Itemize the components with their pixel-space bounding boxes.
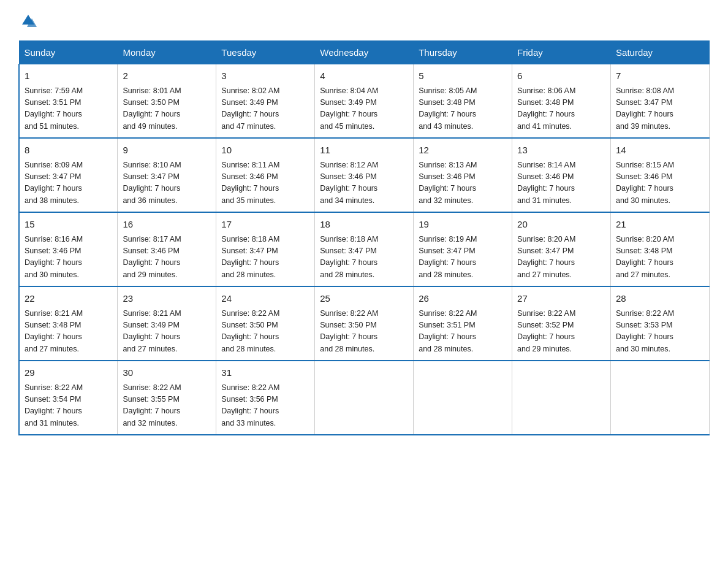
day-info: Sunrise: 8:20 AMSunset: 3:47 PMDaylight:… [517,234,605,282]
day-cell: 22Sunrise: 8:21 AMSunset: 3:48 PMDayligh… [19,286,118,361]
logo [18,12,38,29]
day-cell: 23Sunrise: 8:21 AMSunset: 3:49 PMDayligh… [118,286,216,361]
day-cell: 29Sunrise: 8:22 AMSunset: 3:54 PMDayligh… [19,361,118,435]
day-cell: 20Sunrise: 8:20 AMSunset: 3:47 PMDayligh… [512,212,611,286]
column-header-saturday: Saturday [611,41,710,64]
day-number: 12 [419,144,507,158]
day-cell: 5Sunrise: 8:05 AMSunset: 3:48 PMDaylight… [414,64,512,139]
day-info: Sunrise: 8:12 AMSunset: 3:46 PMDaylight:… [320,159,408,207]
day-cell: 24Sunrise: 8:22 AMSunset: 3:50 PMDayligh… [216,286,315,361]
day-cell: 28Sunrise: 8:22 AMSunset: 3:53 PMDayligh… [611,286,710,361]
day-info: Sunrise: 8:21 AMSunset: 3:48 PMDaylight:… [25,308,112,356]
logo-icon [20,12,37,29]
day-number: 27 [517,292,605,306]
day-number: 21 [616,218,704,232]
day-number: 31 [221,366,309,380]
page-header [18,12,710,29]
day-number: 22 [25,292,112,306]
column-header-wednesday: Wednesday [315,41,414,64]
day-info: Sunrise: 8:05 AMSunset: 3:48 PMDaylight:… [419,85,507,133]
day-cell [512,361,611,435]
day-info: Sunrise: 7:59 AMSunset: 3:51 PMDaylight:… [25,85,112,133]
day-number: 2 [123,69,211,83]
day-info: Sunrise: 8:01 AMSunset: 3:50 PMDaylight:… [123,85,211,133]
day-info: Sunrise: 8:17 AMSunset: 3:46 PMDaylight:… [123,234,211,282]
day-info: Sunrise: 8:20 AMSunset: 3:48 PMDaylight:… [616,234,704,282]
day-number: 18 [320,218,408,232]
day-cell: 4Sunrise: 8:04 AMSunset: 3:49 PMDaylight… [315,64,414,139]
day-number: 5 [419,69,507,83]
day-number: 10 [221,144,309,158]
day-info: Sunrise: 8:22 AMSunset: 3:56 PMDaylight:… [221,382,309,430]
day-info: Sunrise: 8:18 AMSunset: 3:47 PMDaylight:… [221,234,309,282]
day-info: Sunrise: 8:09 AMSunset: 3:47 PMDaylight:… [25,159,112,207]
day-cell: 30Sunrise: 8:22 AMSunset: 3:55 PMDayligh… [118,361,216,435]
week-row-5: 29Sunrise: 8:22 AMSunset: 3:54 PMDayligh… [19,361,710,435]
day-number: 6 [517,69,605,83]
day-info: Sunrise: 8:22 AMSunset: 3:55 PMDaylight:… [123,382,211,430]
day-number: 30 [123,366,211,380]
day-number: 28 [616,292,704,306]
day-number: 1 [25,69,112,83]
day-info: Sunrise: 8:08 AMSunset: 3:47 PMDaylight:… [616,85,704,133]
day-info: Sunrise: 8:22 AMSunset: 3:52 PMDaylight:… [517,308,605,356]
day-number: 15 [25,218,112,232]
day-cell: 13Sunrise: 8:14 AMSunset: 3:46 PMDayligh… [512,138,611,212]
day-info: Sunrise: 8:19 AMSunset: 3:47 PMDaylight:… [419,234,507,282]
day-cell: 1Sunrise: 7:59 AMSunset: 3:51 PMDaylight… [19,64,118,139]
column-header-sunday: Sunday [19,41,118,64]
day-info: Sunrise: 8:10 AMSunset: 3:47 PMDaylight:… [123,159,211,207]
week-row-1: 1Sunrise: 7:59 AMSunset: 3:51 PMDaylight… [19,64,710,139]
day-info: Sunrise: 8:22 AMSunset: 3:50 PMDaylight:… [221,308,309,356]
day-cell: 6Sunrise: 8:06 AMSunset: 3:48 PMDaylight… [512,64,611,139]
day-cell [315,361,414,435]
day-number: 29 [25,366,112,380]
day-cell: 16Sunrise: 8:17 AMSunset: 3:46 PMDayligh… [118,212,216,286]
day-cell: 21Sunrise: 8:20 AMSunset: 3:48 PMDayligh… [611,212,710,286]
day-cell: 17Sunrise: 8:18 AMSunset: 3:47 PMDayligh… [216,212,315,286]
day-number: 25 [320,292,408,306]
day-number: 24 [221,292,309,306]
day-cell: 31Sunrise: 8:22 AMSunset: 3:56 PMDayligh… [216,361,315,435]
day-cell: 7Sunrise: 8:08 AMSunset: 3:47 PMDaylight… [611,64,710,139]
day-info: Sunrise: 8:13 AMSunset: 3:46 PMDaylight:… [419,159,507,207]
day-number: 23 [123,292,211,306]
day-info: Sunrise: 8:15 AMSunset: 3:46 PMDaylight:… [616,159,704,207]
day-number: 3 [221,69,309,83]
day-cell: 27Sunrise: 8:22 AMSunset: 3:52 PMDayligh… [512,286,611,361]
day-info: Sunrise: 8:22 AMSunset: 3:53 PMDaylight:… [616,308,704,356]
calendar-table: SundayMondayTuesdayWednesdayThursdayFrid… [18,40,710,435]
day-cell: 2Sunrise: 8:01 AMSunset: 3:50 PMDaylight… [118,64,216,139]
day-number: 11 [320,144,408,158]
day-number: 9 [123,144,211,158]
day-info: Sunrise: 8:04 AMSunset: 3:49 PMDaylight:… [320,85,408,133]
day-info: Sunrise: 8:21 AMSunset: 3:49 PMDaylight:… [123,308,211,356]
calendar-header-row: SundayMondayTuesdayWednesdayThursdayFrid… [19,41,710,64]
day-number: 8 [25,144,112,158]
day-number: 13 [517,144,605,158]
day-number: 14 [616,144,704,158]
day-info: Sunrise: 8:22 AMSunset: 3:51 PMDaylight:… [419,308,507,356]
week-row-3: 15Sunrise: 8:16 AMSunset: 3:46 PMDayligh… [19,212,710,286]
day-cell: 3Sunrise: 8:02 AMSunset: 3:49 PMDaylight… [216,64,315,139]
column-header-thursday: Thursday [414,41,512,64]
day-cell: 25Sunrise: 8:22 AMSunset: 3:50 PMDayligh… [315,286,414,361]
day-number: 4 [320,69,408,83]
day-info: Sunrise: 8:02 AMSunset: 3:49 PMDaylight:… [221,85,309,133]
day-number: 20 [517,218,605,232]
day-info: Sunrise: 8:22 AMSunset: 3:54 PMDaylight:… [25,382,112,430]
day-cell: 9Sunrise: 8:10 AMSunset: 3:47 PMDaylight… [118,138,216,212]
day-number: 17 [221,218,309,232]
column-header-monday: Monday [118,41,216,64]
day-cell: 12Sunrise: 8:13 AMSunset: 3:46 PMDayligh… [414,138,512,212]
day-cell: 15Sunrise: 8:16 AMSunset: 3:46 PMDayligh… [19,212,118,286]
day-number: 16 [123,218,211,232]
day-info: Sunrise: 8:14 AMSunset: 3:46 PMDaylight:… [517,159,605,207]
column-header-friday: Friday [512,41,611,64]
day-cell: 14Sunrise: 8:15 AMSunset: 3:46 PMDayligh… [611,138,710,212]
day-cell [414,361,512,435]
day-cell: 26Sunrise: 8:22 AMSunset: 3:51 PMDayligh… [414,286,512,361]
day-number: 19 [419,218,507,232]
column-header-tuesday: Tuesday [216,41,315,64]
day-cell: 10Sunrise: 8:11 AMSunset: 3:46 PMDayligh… [216,138,315,212]
